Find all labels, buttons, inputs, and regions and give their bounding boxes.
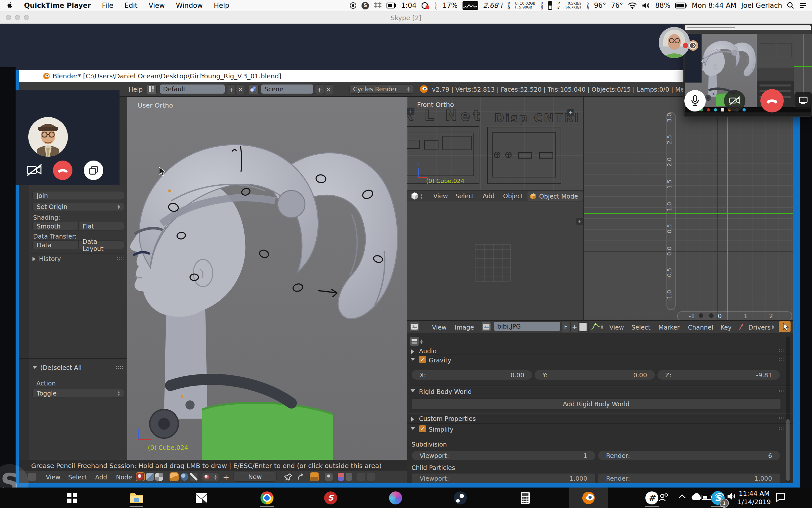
snap-magnet-icon[interactable] bbox=[338, 473, 344, 481]
object-icon[interactable] bbox=[170, 473, 178, 481]
gravity-panel-header[interactable]: Gravity bbox=[429, 356, 451, 364]
add-layout-button[interactable]: + bbox=[227, 85, 236, 94]
menu-window[interactable]: Window bbox=[176, 2, 203, 9]
gravity-checkbox[interactable]: ✓ bbox=[419, 356, 426, 363]
volume-tray-icon[interactable] bbox=[727, 492, 737, 502]
image-menu-view[interactable]: View bbox=[432, 324, 446, 331]
panel-grip-icon[interactable] bbox=[778, 427, 785, 430]
new-image-button[interactable]: + bbox=[570, 322, 579, 332]
shade-flat-button[interactable]: Flat bbox=[78, 222, 124, 230]
view3d-menu-view[interactable]: View bbox=[433, 193, 448, 200]
add-scene-button[interactable]: + bbox=[315, 85, 324, 94]
cursor-value-line[interactable] bbox=[584, 213, 793, 214]
paint3d-icon[interactable] bbox=[386, 489, 405, 507]
material-node-icon[interactable] bbox=[136, 473, 144, 481]
gravity-y-field[interactable]: Y:0.00 bbox=[534, 370, 655, 380]
menubar-app-name[interactable]: QuickTime Player bbox=[24, 2, 91, 9]
child-viewport-field[interactable]: Viewport:1.000 bbox=[412, 473, 595, 483]
rigid-body-world-header[interactable]: Rigid Body World bbox=[419, 388, 472, 395]
camera-capture-icon[interactable] bbox=[386, 2, 396, 9]
fcurve-editor-type-icon[interactable] bbox=[590, 322, 600, 331]
anim-menu-select[interactable]: Select bbox=[631, 324, 651, 331]
menu-file[interactable]: File bbox=[102, 2, 113, 9]
pip-expand-icon[interactable] bbox=[689, 42, 697, 49]
panel-grip-icon[interactable] bbox=[778, 358, 785, 361]
custom-properties-header[interactable]: Custom Properties bbox=[419, 415, 476, 422]
gravity-x-field[interactable]: X:0.00 bbox=[412, 370, 532, 380]
material-select[interactable]: ▲▼ bbox=[202, 473, 219, 481]
panel-grip-icon[interactable] bbox=[778, 389, 785, 393]
action-toggle-dropdown[interactable]: Toggle▲▼ bbox=[33, 389, 124, 398]
apple-icon[interactable] bbox=[7, 2, 13, 9]
panel-grip-icon[interactable] bbox=[778, 416, 785, 420]
simplify-checkbox[interactable]: ✓ bbox=[419, 425, 426, 432]
texture-node-icon[interactable] bbox=[146, 473, 154, 481]
close-scene-button[interactable]: ✕ bbox=[324, 85, 333, 94]
node-menu-view[interactable]: View bbox=[46, 473, 60, 481]
auto-render-icon[interactable] bbox=[311, 473, 318, 481]
tray-chevron-icon[interactable] bbox=[679, 495, 685, 501]
panel-grip-icon[interactable] bbox=[778, 349, 785, 352]
taskbar-clock[interactable]: 11:44 AM1/14/2019 bbox=[737, 489, 771, 506]
dropbox-icon[interactable] bbox=[374, 2, 382, 9]
disclosure-triangle-icon[interactable] bbox=[411, 427, 415, 430]
redo-panel-header[interactable]: (De)select All bbox=[40, 364, 82, 371]
disclosure-triangle-icon[interactable] bbox=[411, 349, 414, 354]
notification-center-icon[interactable] bbox=[799, 2, 807, 9]
mute-microphone-button[interactable] bbox=[684, 90, 706, 112]
disclosure-triangle-icon[interactable] bbox=[411, 358, 415, 361]
add-material-button[interactable]: + bbox=[223, 473, 229, 482]
blender-taskbar-icon[interactable] bbox=[579, 489, 598, 507]
battery-tray-icon[interactable] bbox=[702, 494, 713, 502]
scene-browse-icon[interactable] bbox=[249, 85, 258, 94]
brush-icon[interactable] bbox=[190, 473, 197, 481]
anim-menu-channel[interactable]: Channel bbox=[688, 324, 713, 331]
mail-icon[interactable] bbox=[192, 489, 210, 507]
action-center-icon[interactable] bbox=[776, 493, 785, 503]
world-icon[interactable] bbox=[181, 473, 188, 481]
blender-titlebar[interactable]: Blender* [C:\Users\Daniel Ocean\Desktop\… bbox=[19, 70, 793, 82]
scrollbar-handle-icon[interactable] bbox=[699, 313, 703, 318]
calculator-icon[interactable] bbox=[516, 489, 534, 507]
render-still-icon[interactable] bbox=[357, 473, 365, 481]
file-explorer-icon[interactable] bbox=[127, 489, 145, 507]
menu-view[interactable]: View bbox=[149, 2, 165, 9]
fake-user-button[interactable]: F bbox=[562, 322, 570, 332]
snap-target-icon[interactable] bbox=[346, 473, 352, 481]
browse-image-icon[interactable] bbox=[482, 322, 491, 331]
audio-panel-header[interactable]: Audio bbox=[419, 347, 436, 354]
scene-select[interactable]: Scene bbox=[261, 85, 313, 94]
mode-select[interactable]: Object Mode bbox=[527, 192, 583, 201]
active-tool-cursor-button[interactable] bbox=[779, 321, 791, 332]
set-origin-dropdown[interactable]: Set Origin▲▼ bbox=[33, 202, 124, 211]
render-anim-icon[interactable] bbox=[367, 473, 375, 481]
skype-menubar-icon[interactable]: S bbox=[362, 2, 369, 9]
checker-icon[interactable] bbox=[155, 473, 163, 481]
data-button[interactable]: Data bbox=[33, 241, 78, 249]
view3d-menu-select[interactable]: Select bbox=[456, 193, 475, 200]
screen-layout-icon[interactable] bbox=[147, 85, 156, 94]
collapse-region-icon[interactable]: + bbox=[576, 218, 583, 225]
scrollbar-handle-icon[interactable] bbox=[709, 313, 714, 318]
wifi-icon[interactable] bbox=[628, 2, 637, 9]
simplify-viewport-field[interactable]: Viewport:1 bbox=[412, 451, 595, 461]
node-menu-node[interactable]: Node bbox=[116, 473, 132, 481]
disclosure-triangle-icon[interactable] bbox=[33, 257, 35, 261]
spotlight-search-icon[interactable] bbox=[787, 2, 794, 9]
end-call-button[interactable] bbox=[760, 89, 784, 113]
start-button[interactable] bbox=[63, 489, 81, 507]
gravity-z-field[interactable]: Z:-9.81 bbox=[657, 370, 780, 380]
cpu-graph-icon[interactable] bbox=[463, 1, 478, 10]
unpack-image-icon[interactable] bbox=[579, 323, 586, 331]
screen-record-icon[interactable] bbox=[421, 2, 430, 9]
menu-help[interactable]: Help bbox=[214, 2, 229, 9]
render-engine-select[interactable]: Cycles Render▲▼ bbox=[349, 85, 413, 94]
viewport-front-ortho[interactable]: Front Ortho R L Net Disp CNTRl ⊕ ⊕ z (0)… bbox=[407, 97, 583, 190]
self-video-thumbnail[interactable] bbox=[659, 27, 690, 58]
scrollbar-thumb[interactable] bbox=[786, 419, 790, 481]
menu-help[interactable]: Help bbox=[129, 86, 143, 93]
record-status-icon[interactable] bbox=[349, 2, 356, 9]
hook-icon[interactable] bbox=[325, 473, 333, 481]
history-panel-header[interactable]: History bbox=[39, 255, 61, 262]
menubar-clock[interactable]: Mon 8:44 AM bbox=[692, 2, 736, 9]
